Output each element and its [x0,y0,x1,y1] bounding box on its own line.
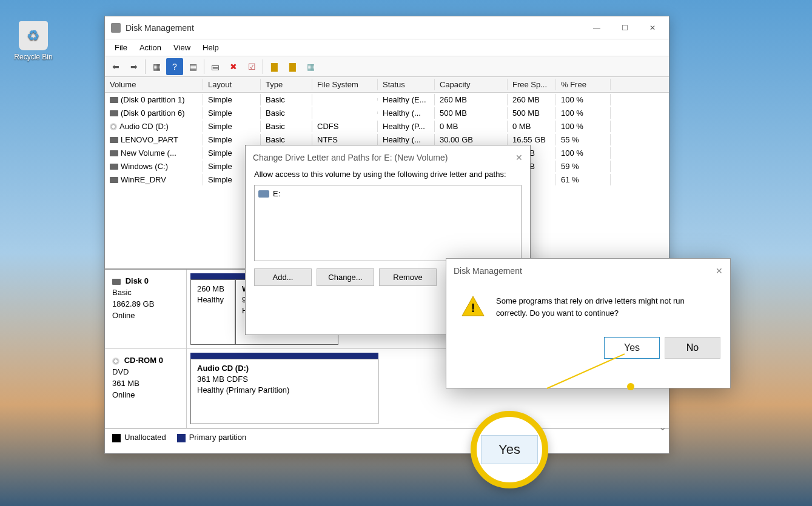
vol-free: 0 MB [508,121,556,132]
warning-icon: ! [461,295,485,317]
vol-layout: Simple [203,134,261,145]
vol-capacity: 500 MB [435,107,508,119]
partition-1[interactable]: 260 MB Healthy [190,273,235,345]
cdrom-vol-status: Healthy (Primary Partition) [197,385,289,394]
col-layout[interactable]: Layout [203,79,261,90]
drive-icon [110,164,118,170]
vol-pct: 100 % [556,121,611,132]
dialog1-close-icon[interactable]: ✕ [515,153,523,162]
cdrom-title: CD-ROM 0 [124,356,163,365]
help-icon[interactable]: ? [166,58,183,75]
recycle-bin-icon [19,21,48,50]
cdrom-kind: DVD [112,367,129,376]
no-button[interactable]: No [665,337,720,359]
col-pctfree[interactable]: % Free [556,79,611,90]
vol-status: Healthy (... [378,134,435,145]
add-button[interactable]: Add... [254,268,312,286]
vol-layout: Simple [203,94,261,105]
recycle-bin-desktop-icon[interactable]: Recycle Bin [12,21,55,61]
menu-view[interactable]: View [167,41,196,55]
scroll-down-icon[interactable]: ⌄ [659,421,666,433]
col-filesystem[interactable]: File System [312,79,378,90]
disk-0-state: Online [112,311,135,320]
drive-letter-list[interactable]: E: [254,185,522,261]
menu-help[interactable]: Help [196,41,225,55]
col-type[interactable]: Type [261,79,312,90]
zoom-callout: Yes [471,411,548,488]
drive-icon [258,190,269,198]
cdrom-size: 361 MB [112,379,139,388]
vol-pct: 55 % [556,134,611,145]
callout-dot [627,383,634,390]
drive-icon [110,177,118,183]
vol-name: LENOVO_PART [121,135,178,144]
change-button[interactable]: Change... [317,268,374,286]
remove-button[interactable]: Remove [379,268,437,286]
delete-icon[interactable]: ✖ [225,58,242,75]
menubar: File Action View Help [105,39,669,56]
minimize-button[interactable]: — [583,18,611,38]
dialog1-title: Change Drive Letter and Paths for E: (Ne… [253,153,515,162]
cd-icon [110,123,117,130]
app-icon [111,23,121,33]
disk-0-size: 1862.89 GB [112,299,154,308]
volume-row[interactable]: LENOVO_PARTSimpleBasicNTFSHealthy (...30… [105,133,669,146]
col-capacity[interactable]: Capacity [435,79,508,90]
vol-type: Basic [261,121,312,132]
vol-free: 260 MB [508,94,556,105]
vol-status: Healthy (P... [378,121,435,132]
vol-type: Basic [261,134,312,145]
vol-free: 16.55 GB [508,134,556,145]
yes-button[interactable]: Yes [604,337,660,359]
dialog1-subtitle: Allow access to this volume by using the… [254,170,522,179]
check-icon[interactable]: ☑ [243,58,260,75]
vol-pct: 59 % [556,161,611,172]
legend-unallocated: Unallocated [124,433,166,442]
volume-row[interactable]: Audio CD (D:)SimpleBasicCDFSHealthy (P..… [105,119,669,133]
drive-item-label: E: [273,189,280,198]
forward-icon[interactable]: ➡ [126,58,143,75]
vol-pct: 100 % [556,94,611,105]
maximize-button[interactable]: ☐ [611,18,639,38]
svg-text:!: ! [471,301,475,315]
vol-type: Basic [261,94,312,105]
toolbar-separator-3 [263,59,263,74]
vol-name: (Disk 0 partition 1) [121,95,184,104]
vol-capacity: 260 MB [435,94,508,105]
vol-status: Healthy (E... [378,94,435,105]
menu-action[interactable]: Action [133,41,167,55]
drive-icon [110,150,118,156]
volume-list-header: Volume Layout Type File System Status Ca… [105,77,669,93]
legend: Unallocated Primary partition [105,428,669,446]
dialog2-titlebar[interactable]: Disk Management ✕ [446,259,730,283]
back-icon[interactable]: ⬅ [107,58,124,75]
vol-name: Windows (C:) [121,162,168,171]
drive-icon[interactable]: 🖴 [207,58,224,75]
cdrom-vol-title: Audio CD (D:) [197,364,249,373]
col-status[interactable]: Status [378,79,435,90]
tool-icon-3[interactable]: ▦ [302,58,319,75]
col-volume[interactable]: Volume [105,79,203,90]
drive-item-e[interactable]: E: [258,189,517,198]
vol-pct: 61 % [556,174,611,185]
dialog1-titlebar[interactable]: Change Drive Letter and Paths for E: (Ne… [246,145,530,170]
tool-icon-1[interactable]: ▇ [266,58,283,75]
main-titlebar[interactable]: Disk Management — ☐ ✕ [105,16,669,39]
tool-icon-2[interactable]: ▇ [284,58,301,75]
close-button[interactable]: ✕ [639,18,666,38]
toolbar-separator [145,59,146,74]
vol-name: WinRE_DRV [121,175,166,184]
vol-free: 500 MB [508,107,556,119]
properties-icon[interactable]: ▤ [184,58,201,75]
grid-icon[interactable]: ▦ [148,58,165,75]
vol-status: Healthy (... [378,107,435,119]
disk-0-kind: Basic [112,288,132,297]
cdrom-volume[interactable]: Audio CD (D:) 361 MB CDFS Healthy (Prima… [190,353,378,424]
dialog2-close-icon[interactable]: ✕ [716,266,723,276]
volume-row[interactable]: (Disk 0 partition 1)SimpleBasicHealthy (… [105,93,669,106]
col-freespace[interactable]: Free Sp... [508,79,556,90]
vol-name: Audio CD (D:) [119,122,169,131]
menu-file[interactable]: File [109,41,133,55]
vol-fs: NTFS [312,134,378,145]
volume-row[interactable]: (Disk 0 partition 6)SimpleBasicHealthy (… [105,106,669,119]
